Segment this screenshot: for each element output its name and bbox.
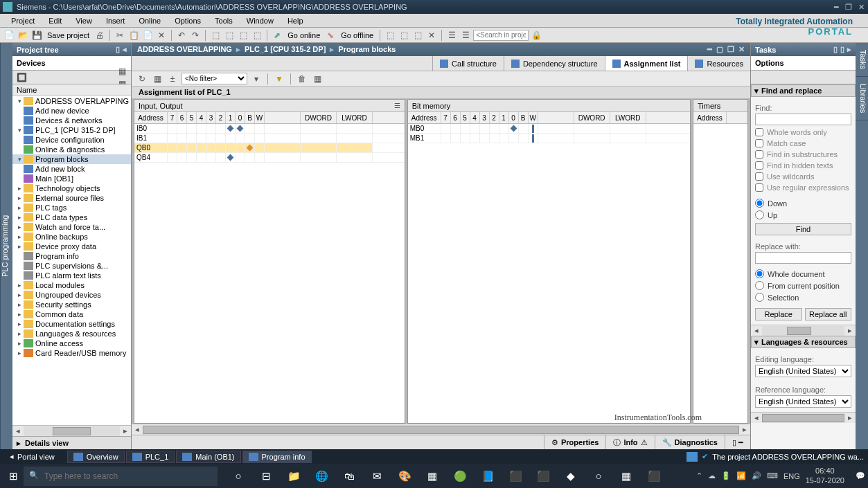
- go-online-icon[interactable]: ⬈: [271, 29, 283, 42]
- find-button[interactable]: Find: [755, 223, 851, 235]
- tb-icon-9[interactable]: ☰: [459, 29, 472, 42]
- filter-icon[interactable]: ▼: [273, 73, 285, 85]
- col-header[interactable]: 6: [177, 112, 187, 123]
- tb-icon-5[interactable]: ⬚: [384, 29, 396, 42]
- start-button[interactable]: ⊞: [3, 464, 24, 488]
- replace-button[interactable]: Replace: [755, 308, 802, 320]
- tree-item[interactable]: ▸Local modules: [12, 280, 131, 290]
- table-row[interactable]: IB0: [134, 124, 405, 134]
- tasks-hscroll-2[interactable]: ◂▸: [751, 412, 856, 423]
- taskbar-app-7[interactable]: ▦: [418, 464, 446, 488]
- expand-icon[interactable]: ▸: [15, 243, 24, 250]
- col-header[interactable]: DWORD: [574, 112, 610, 123]
- et-icon-4[interactable]: 🗑: [296, 73, 308, 85]
- taskbar-app-2[interactable]: 📁: [280, 464, 308, 488]
- tb-icon-6[interactable]: ⬚: [398, 29, 410, 42]
- expand-icon[interactable]: ▸: [15, 185, 24, 192]
- expand-icon[interactable]: ▸: [15, 350, 24, 356]
- tree-item[interactable]: ▸Online backups: [12, 232, 131, 242]
- menu-edit[interactable]: Edit: [42, 17, 69, 25]
- tray-up-icon[interactable]: ⌃: [696, 471, 702, 480]
- expand-icon[interactable]: ▸: [15, 195, 24, 201]
- taskbar-app-10[interactable]: ⬛: [502, 464, 529, 488]
- replace-input[interactable]: [755, 252, 851, 264]
- tree-nav-icon[interactable]: 🔲: [15, 71, 28, 84]
- copy-icon[interactable]: 📋: [127, 29, 140, 42]
- find-input[interactable]: [755, 114, 851, 125]
- taskbar-app-15[interactable]: ⬛: [640, 464, 668, 488]
- status-tab[interactable]: Overview: [67, 451, 125, 463]
- status-tab[interactable]: Program info: [242, 451, 312, 463]
- col-header[interactable]: DWORD: [301, 112, 337, 123]
- whole-doc-radio[interactable]: [755, 269, 764, 278]
- tree-item[interactable]: Devices & networks: [12, 116, 131, 125]
- col-header[interactable]: B: [519, 112, 529, 123]
- view-tab-dependency-structure[interactable]: Dependency structure: [504, 56, 605, 71]
- col-header[interactable]: 0: [509, 112, 519, 123]
- left-sidebar-tab[interactable]: PLC programming: [0, 43, 12, 449]
- table-row[interactable]: MB1: [408, 134, 690, 143]
- side-tab-libraries[interactable]: Libraries: [856, 77, 868, 120]
- col-header[interactable]: 7: [441, 112, 451, 123]
- tree-item[interactable]: ▾ADDRESS OVERLAPPING: [12, 96, 131, 106]
- ref-lang-select[interactable]: English (United States): [755, 395, 851, 408]
- refresh-icon[interactable]: ↻: [136, 73, 148, 85]
- tray-clock[interactable]: 06:4015-07-2020: [806, 467, 844, 485]
- selection-radio[interactable]: [755, 293, 764, 302]
- editor-hscroll[interactable]: ◂▸: [132, 424, 750, 435]
- taskbar-app-0[interactable]: ○: [224, 464, 252, 488]
- menu-view[interactable]: View: [69, 17, 99, 25]
- go-offline-button[interactable]: Go offline: [338, 31, 376, 39]
- tb-icon-3[interactable]: ⬚: [237, 29, 249, 42]
- down-radio[interactable]: [755, 199, 764, 208]
- taskbar-app-14[interactable]: ▦: [612, 464, 640, 488]
- col-header[interactable]: 1: [226, 112, 236, 123]
- list-toggle-icon[interactable]: ☰: [394, 102, 400, 109]
- tb-icon-x[interactable]: ✕: [425, 29, 438, 42]
- menu-window[interactable]: Window: [240, 17, 281, 25]
- col-header[interactable]: LWORD: [610, 112, 646, 123]
- replace-all-button[interactable]: Replace all: [805, 308, 852, 320]
- wildcards-checkbox[interactable]: [755, 172, 763, 181]
- tree-item[interactable]: ▸External source files: [12, 193, 131, 203]
- expand-icon[interactable]: ▸: [15, 340, 24, 347]
- tray-keyboard-icon[interactable]: ⌨: [767, 471, 778, 480]
- taskbar-app-3[interactable]: 🌐: [308, 464, 335, 488]
- print-icon[interactable]: 🖨: [94, 29, 106, 42]
- taskbar-app-1[interactable]: ⊟: [252, 464, 280, 488]
- col-header[interactable]: [265, 112, 301, 123]
- tb-icon-1[interactable]: ⬚: [209, 29, 222, 42]
- expand-icon[interactable]: ▸: [15, 291, 24, 298]
- tree-item[interactable]: ▸Device proxy data: [12, 242, 131, 251]
- filter-select[interactable]: <No filter>: [181, 73, 247, 84]
- tree-item[interactable]: ▸Security settings: [12, 300, 131, 309]
- et-icon-5[interactable]: ▦: [311, 73, 324, 85]
- crumb-segment[interactable]: PLC_1 [CPU 315-2 DP]: [245, 45, 326, 53]
- save-icon[interactable]: 💾: [30, 29, 43, 42]
- taskbar-app-5[interactable]: ✉: [363, 464, 391, 488]
- taskbar-app-8[interactable]: 🟢: [446, 464, 474, 488]
- expand-icon[interactable]: ▸: [15, 204, 24, 211]
- menu-options[interactable]: Options: [168, 17, 208, 25]
- tray-battery-icon[interactable]: 🔋: [721, 471, 731, 480]
- table-row[interactable]: MB0: [408, 124, 690, 134]
- tree-item[interactable]: Program info: [12, 251, 131, 261]
- editor-win-icon[interactable]: ▢: [716, 45, 723, 54]
- menu-help[interactable]: Help: [281, 17, 310, 25]
- tasks-btn-1[interactable]: ▯: [833, 45, 838, 54]
- details-view-header[interactable]: ▸Details view: [12, 436, 131, 449]
- windows-search-input[interactable]: [24, 467, 218, 486]
- edit-lang-select[interactable]: English (United States): [755, 365, 851, 377]
- col-header[interactable]: B: [245, 112, 255, 123]
- view-tab-resources[interactable]: Resources: [687, 56, 750, 71]
- tray-notification-icon[interactable]: 💬: [856, 471, 865, 480]
- expand-icon[interactable]: ▸: [15, 233, 24, 240]
- side-tab-tasks[interactable]: Tasks: [856, 43, 868, 77]
- tree-view-icon-1[interactable]: ▦: [116, 65, 128, 78]
- table-row[interactable]: QB0: [134, 143, 405, 153]
- table-row[interactable]: IB1: [134, 134, 405, 143]
- tray-sound-icon[interactable]: 🔊: [752, 471, 761, 480]
- new-project-icon[interactable]: 📄: [3, 29, 15, 42]
- inspector-controls[interactable]: ▯ ━: [725, 435, 750, 449]
- menu-online[interactable]: Online: [132, 17, 168, 25]
